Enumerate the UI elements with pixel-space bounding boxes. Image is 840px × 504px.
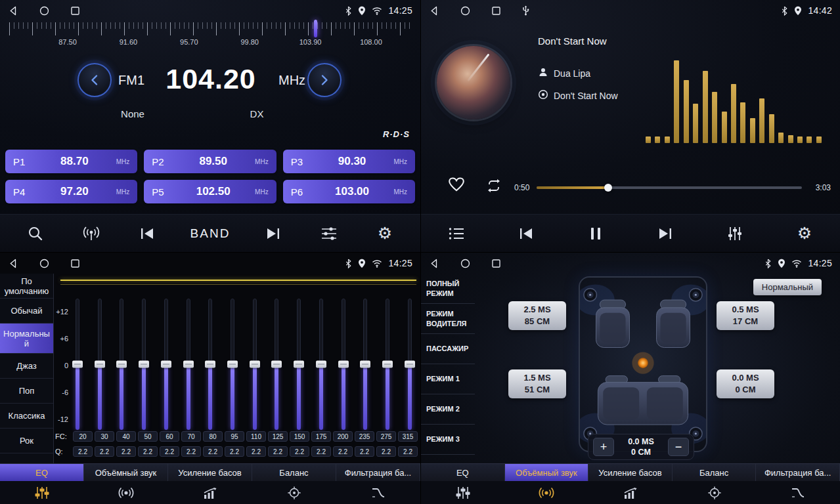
eq-band-slider[interactable] [294, 299, 304, 430]
surround-tab-icon[interactable] [84, 481, 168, 504]
location-icon [358, 259, 366, 268]
eq-preset-normal[interactable]: Нормальный [0, 324, 53, 354]
eq-tab-icon[interactable] [421, 481, 505, 504]
seek-down-button[interactable] [77, 63, 112, 97]
eq-preset-classic[interactable]: Классика [0, 404, 53, 429]
tab-bass-boost[interactable]: Усиление басов [168, 464, 252, 481]
previous-track-icon[interactable] [513, 219, 539, 248]
back-icon[interactable] [8, 5, 19, 16]
band-button[interactable]: BAND [190, 226, 231, 241]
recents-icon[interactable] [491, 5, 502, 16]
delay-minus-button[interactable]: − [668, 438, 689, 456]
tab-balance[interactable]: Баланс [673, 464, 757, 481]
preset-p5-button[interactable]: P5102.50MHz [144, 180, 276, 203]
eq-band-slider[interactable] [72, 299, 83, 430]
balance-tab-icon[interactable] [252, 481, 336, 504]
eq-band-slider[interactable] [95, 299, 105, 430]
preset-p6-button[interactable]: P6103.00MHz [283, 180, 415, 203]
wifi-icon [372, 259, 382, 268]
eq-band-slider[interactable] [338, 299, 349, 430]
broadcast-scan-icon[interactable] [78, 219, 104, 248]
recents-icon[interactable] [491, 258, 502, 269]
home-icon[interactable] [39, 5, 50, 16]
mode-driver[interactable]: РЕЖИМ ВОДИТЕЛЯ [421, 304, 475, 334]
search-icon[interactable] [22, 219, 49, 248]
preset-p4-button[interactable]: P497.20MHz [5, 180, 137, 203]
eq-tab-icon[interactable] [0, 481, 84, 504]
eq-band-slider[interactable] [382, 299, 393, 430]
tab-surround[interactable]: Объёмный звук [505, 464, 589, 481]
delay-front-right[interactable]: 0.5 MS 17 CM [717, 301, 774, 330]
pause-icon[interactable] [583, 219, 609, 248]
mode-3[interactable]: РЕЖИМ 3 [421, 425, 475, 455]
back-icon[interactable] [429, 5, 440, 16]
bass-boost-tab-icon[interactable] [168, 481, 252, 504]
mixer-icon[interactable] [722, 219, 748, 248]
eq-band-slider[interactable] [405, 299, 415, 430]
recents-icon[interactable] [70, 5, 81, 16]
home-icon[interactable] [460, 5, 471, 16]
status-icons: 14:42 [781, 5, 832, 16]
filter-tab-icon[interactable] [756, 481, 840, 504]
home-icon[interactable] [460, 258, 471, 269]
recents-icon[interactable] [70, 258, 81, 269]
preset-p2-button[interactable]: P289.50MHz [144, 150, 276, 173]
mode-2[interactable]: РЕЖИМ 2 [421, 394, 475, 425]
eq-preset-default[interactable]: По умолчанию [0, 274, 53, 299]
profile-button[interactable]: Нормальный [753, 279, 822, 295]
eq-preset-jazz[interactable]: Джаз [0, 354, 53, 379]
tab-bass-boost[interactable]: Усиление басов [588, 464, 673, 481]
mode-passenger[interactable]: ПАССАЖИР [421, 334, 475, 364]
repeat-icon[interactable] [485, 178, 502, 193]
eq-preset-custom[interactable]: Обычай [0, 299, 53, 324]
back-icon[interactable] [8, 258, 19, 269]
bass-boost-tab-icon[interactable] [588, 481, 673, 504]
location-icon [794, 6, 802, 16]
media-player-screen: 14:42 Don't Start Now Dua Lipa Don't Sta… [420, 0, 840, 252]
next-track-icon[interactable] [652, 219, 678, 248]
eq-band-slider[interactable] [116, 299, 127, 430]
next-station-icon[interactable] [260, 219, 286, 248]
tab-surround[interactable]: Объёмный звук [84, 464, 168, 481]
eq-band-slider[interactable] [139, 299, 149, 430]
settings-gear-icon[interactable]: ⚙ [372, 219, 398, 248]
back-icon[interactable] [429, 258, 440, 269]
tab-eq[interactable]: EQ [0, 464, 84, 481]
eq-band-slider[interactable] [316, 299, 326, 430]
delay-plus-button[interactable]: + [593, 438, 614, 456]
preset-p1-button[interactable]: P188.70MHz [5, 150, 137, 173]
settings-gear-icon[interactable]: ⚙ [791, 219, 818, 248]
filter-tab-icon[interactable] [336, 481, 420, 504]
previous-station-icon[interactable] [134, 219, 160, 248]
progress-knob[interactable] [604, 184, 612, 192]
eq-settings-icon[interactable] [316, 219, 342, 248]
delay-rear-right[interactable]: 0.0 MS 0 CM [717, 369, 774, 398]
home-icon[interactable] [39, 258, 50, 269]
eq-band-slider[interactable] [227, 299, 238, 430]
tab-eq[interactable]: EQ [421, 464, 505, 481]
eq-preset-rock[interactable]: Рок [0, 429, 53, 453]
tab-filter[interactable]: Фильтрация ба... [336, 464, 420, 481]
frequency-ruler[interactable] [9, 22, 414, 35]
eq-preset-pop[interactable]: Поп [0, 379, 53, 404]
preset-p3-button[interactable]: P390.30MHz [283, 150, 415, 173]
delay-rear-left[interactable]: 1.5 MS 51 CM [508, 369, 566, 398]
eq-band-slider[interactable] [271, 299, 282, 430]
mode-full[interactable]: ПОЛНЫЙ РЕЖИМ [421, 274, 475, 304]
mode-1[interactable]: РЕЖИМ 1 [421, 364, 475, 394]
surround-tab-icon[interactable] [505, 481, 589, 504]
favorite-heart-icon[interactable] [447, 176, 466, 192]
eq-band-slider[interactable] [360, 299, 370, 430]
eq-band-slider[interactable] [205, 299, 215, 430]
delay-front-left[interactable]: 2.5 MS 85 CM [508, 301, 566, 330]
eq-band-slider[interactable] [250, 299, 260, 430]
tab-filter[interactable]: Фильтрация ба... [756, 464, 840, 481]
eq-band-slider[interactable] [183, 299, 194, 430]
eq-band-slider[interactable] [161, 299, 171, 430]
tab-balance[interactable]: Баланс [252, 464, 336, 481]
album-disc-icon [538, 89, 548, 102]
progress-slider[interactable] [537, 186, 802, 189]
balance-tab-icon[interactable] [673, 481, 757, 504]
playlist-icon[interactable] [443, 219, 470, 248]
seek-up-button[interactable] [307, 63, 342, 97]
